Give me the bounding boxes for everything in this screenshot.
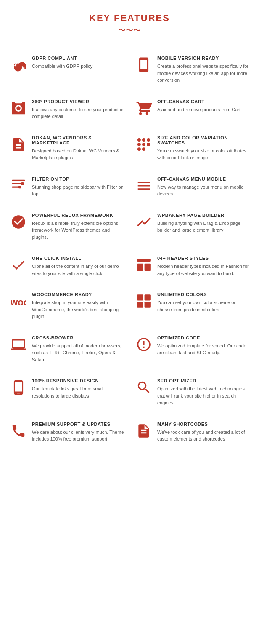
feature-item-responsive: 100% RESPONSIVE DESIGN Our Template loks…	[4, 371, 130, 414]
svg-point-2	[147, 138, 150, 141]
feature-description-dokan: Designed based on Dokan, WC Vendors & Ma…	[32, 147, 125, 161]
feature-text-responsive: 100% RESPONSIVE DESIGN Our Template loks…	[32, 378, 125, 399]
feature-item-support: PREMIUM SUPPORT & UPDATES We care about …	[4, 414, 130, 450]
feature-title-cross-browser: CROSS-BROWER	[32, 335, 125, 340]
feature-item-offcanvas-menu: OFF-CANVAS MENU MOBILE New way to manage…	[130, 169, 255, 205]
feature-title-offcanvas-menu: OFF-CANVAS MENU MOBILE	[157, 176, 251, 182]
feature-text-woocommerce: WOOCOMMERCE READY Integrate shop in your…	[32, 292, 125, 320]
header-decoration: 〜〜〜	[4, 25, 255, 35]
feature-description-cross-browser: We provide support all of modern browser…	[32, 342, 125, 363]
feature-text-header-styles: 04+ HEADER STYLES Modern header types in…	[157, 256, 251, 277]
svg-rect-12	[18, 186, 21, 188]
feature-item-oneclick: ONE CLICK INSTALL Clone all of the conte…	[4, 248, 130, 284]
feature-title-filter: FILTER ON TOP	[32, 176, 125, 182]
document-icon	[9, 135, 28, 154]
feature-text-swatches: SIZE AND COLOR VARIATION SWATCHES You ca…	[157, 135, 251, 161]
feature-item-shortcodes: MANY SHORTCODES We've took care of you a…	[130, 414, 255, 450]
feature-title-dokan: DOKAN, WC VENDORS & MARKETPLACE	[32, 135, 125, 145]
feature-description-offcanvas-menu: New way to manage your menu on mobile de…	[157, 184, 251, 198]
key-icon	[9, 56, 28, 74]
filter-icon	[9, 176, 28, 195]
feature-item-seo: SEO OPTIMIZED Optimized with the latest …	[130, 371, 255, 414]
feature-text-mobile: MOBILE VERSION READY Create a profession…	[157, 56, 251, 84]
svg-point-21	[141, 385, 143, 387]
svg-rect-17	[137, 294, 143, 300]
feature-description-swatches: You can swatch your size or color attrib…	[157, 147, 251, 161]
feature-text-cross-browser: CROSS-BROWER We provide support all of m…	[32, 335, 125, 363]
feature-text-offcanvas-cart: OFF-CANVAS CART Ajax add and remove prod…	[157, 99, 240, 113]
feature-title-mobile: MOBILE VERSION READY	[157, 56, 251, 61]
svg-rect-8	[12, 179, 25, 181]
feature-description-redux: Redux is a simple, truly extensible opti…	[32, 220, 125, 241]
page-header: KEY FEATURES 〜〜〜	[4, 13, 255, 35]
woo-icon: woo	[9, 292, 28, 310]
page-title: KEY FEATURES	[4, 13, 255, 24]
svg-point-4	[142, 143, 145, 146]
feature-title-shortcodes: MANY SHORTCODES	[157, 422, 251, 427]
svg-rect-11	[21, 182, 24, 185]
phone-support-icon	[9, 422, 28, 440]
feature-title-wpbakery: WPBAKERY PAGE BUILDER	[157, 213, 251, 218]
feature-title-gdpr: GDPR COMPLIANT	[32, 56, 92, 61]
feature-text-filter: FILTER ON TOP Stunning shop page no side…	[32, 176, 125, 198]
feature-title-responsive: 100% RESPONSIVE DESIGN	[32, 378, 125, 383]
svg-point-6	[137, 147, 141, 151]
checkmark-icon	[9, 256, 28, 274]
feature-description-woocommerce: Integrate shop in your site easily with …	[32, 299, 125, 320]
feature-title-header-styles: 04+ HEADER STYLES	[157, 256, 251, 261]
feature-title-support: PREMIUM SUPPORT & UPDATES	[32, 422, 125, 427]
feature-description-support: We care about our clients very much. The…	[32, 429, 125, 443]
svg-point-3	[137, 143, 141, 146]
svg-point-5	[147, 143, 150, 146]
swatches-icon	[135, 135, 153, 154]
svg-rect-18	[145, 294, 151, 300]
feature-description-header-styles: Modern header types included in Fashion …	[157, 263, 251, 277]
feature-text-seo: SEO OPTIMIZED Optimized with the latest …	[157, 378, 251, 406]
svg-rect-9	[12, 183, 21, 184]
feature-text-wpbakery: WPBAKERY PAGE BUILDER Building anything …	[157, 213, 251, 234]
feature-text-360viewer: 360° PRODUCT VIEWER It allows any custom…	[32, 99, 125, 120]
feature-item-dokan: DOKAN, WC VENDORS & MARKETPLACE Designed…	[4, 128, 130, 169]
feature-description-optimized: We optimized template for speed. Our cod…	[157, 342, 251, 356]
feature-description-seo: Optimized with the latest web technologi…	[157, 385, 251, 406]
feature-text-shortcodes: MANY SHORTCODES We've took care of you a…	[157, 422, 251, 443]
feature-title-seo: SEO OPTIMIZED	[157, 378, 251, 383]
feature-title-offcanvas-cart: OFF-CANVAS CART	[157, 99, 240, 104]
check-circle-icon	[9, 213, 28, 231]
feature-text-gdpr: GDPR COMPLIANT Compatible with GDPR poli…	[32, 56, 92, 70]
feature-title-360viewer: 360° PRODUCT VIEWER	[32, 99, 125, 104]
feature-item-optimized: OPTIMIZED CODE We optimized template for…	[130, 328, 255, 371]
feature-description-oneclick: Clone all of the content in any of our d…	[32, 263, 125, 277]
feature-title-swatches: SIZE AND COLOR VARIATION SWATCHES	[157, 135, 251, 145]
colors-icon	[135, 292, 153, 310]
shortcodes-icon	[135, 422, 153, 440]
phone-icon	[9, 378, 28, 397]
page: KEY FEATURES 〜〜〜 GDPR COMPLIANT Compatib…	[0, 0, 259, 467]
chart-icon	[135, 213, 153, 231]
feature-text-optimized: OPTIMIZED CODE We optimized template for…	[157, 335, 251, 356]
feature-item-woocommerce: woo WOOCOMMERCE READY Integrate shop in …	[4, 284, 130, 328]
svg-rect-14	[137, 264, 143, 271]
feature-description-responsive: Our Template loks great from small resol…	[32, 385, 125, 399]
feature-description-colors: You can set your own color scheme or cho…	[157, 299, 251, 313]
feature-item-wpbakery: WPBAKERY PAGE BUILDER Building anything …	[130, 205, 255, 249]
svg-point-7	[142, 147, 145, 151]
feature-title-redux: POWERFUL REDUX FRAMEWORK	[32, 213, 125, 218]
feature-description-mobile: Create a professional website specifical…	[157, 63, 251, 84]
feature-item-offcanvas-cart: OFF-CANVAS CART Ajax add and remove prod…	[130, 91, 255, 128]
svg-point-0	[137, 138, 141, 141]
feature-item-swatches: SIZE AND COLOR VARIATION SWATCHES You ca…	[130, 128, 255, 169]
feature-item-gdpr: GDPR COMPLIANT Compatible with GDPR poli…	[4, 48, 130, 91]
header-icon	[135, 256, 153, 274]
svg-rect-15	[145, 264, 151, 271]
feature-description-360viewer: It allows any customer to see your produ…	[32, 106, 125, 120]
feature-title-colors: UNLIMITED COLORS	[157, 292, 251, 297]
svg-rect-10	[12, 186, 18, 187]
feature-description-gdpr: Compatible with GDPR policy	[32, 63, 92, 70]
feature-description-wpbakery: Building anything with Drag & Drop page …	[157, 220, 251, 234]
cart-icon	[135, 99, 153, 118]
feature-item-mobile: MOBILE VERSION READY Create a profession…	[130, 48, 255, 91]
feature-text-redux: POWERFUL REDUX FRAMEWORK Redux is a simp…	[32, 213, 125, 241]
feature-title-woocommerce: WOOCOMMERCE READY	[32, 292, 125, 297]
feature-item-cross-browser: CROSS-BROWER We provide support all of m…	[4, 328, 130, 371]
